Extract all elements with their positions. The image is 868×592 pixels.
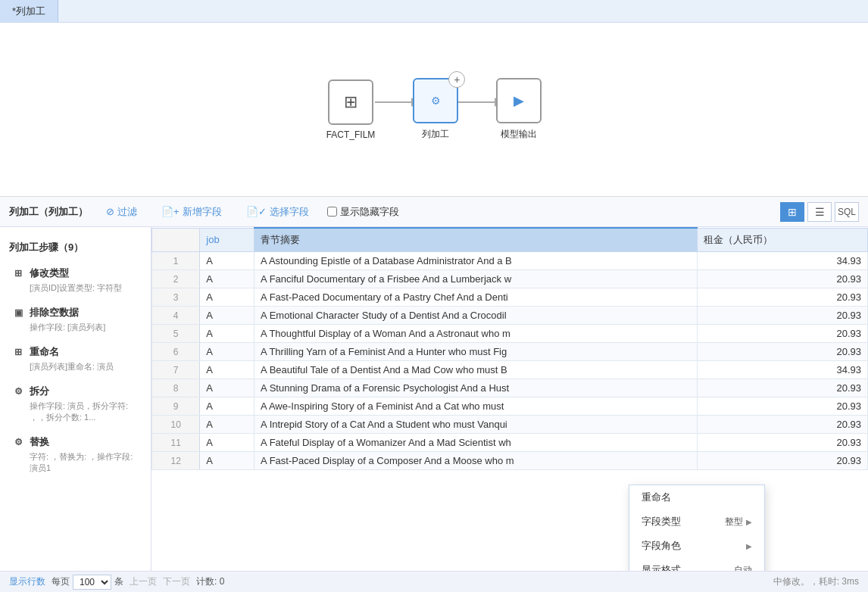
- step-item-rename[interactable]: ⊞ 重命名 [演员列表]重命名: 演员: [0, 339, 151, 379]
- menu-item-field-role[interactable]: 字段角色 ▶: [629, 534, 764, 558]
- node-box-col-process[interactable]: ⚙ +: [413, 78, 458, 123]
- col-header-rental-fee[interactable]: 租金（人民币）: [697, 228, 867, 252]
- desc-cell: A Beautiful Tale of a Dentist And a Mad …: [254, 361, 697, 379]
- show-hidden-label: 显示隐藏字段: [340, 205, 399, 219]
- step-item-modify-type[interactable]: ⊞ 修改类型 [演员ID]设置类型: 字符型: [0, 260, 151, 300]
- job-cell: A: [200, 343, 254, 361]
- pipeline-node-fact-film[interactable]: ⊞ FACT_FILM: [326, 79, 376, 140]
- fee-cell: 20.93: [697, 452, 867, 470]
- col-header-job[interactable]: job: [200, 228, 254, 252]
- bottom-panel: 列加工（列加工） ⊘ 过滤 📄+ 新增字段 📄✓ 选择字段 显示隐藏字段 ⊞ ☰…: [0, 197, 868, 592]
- pipeline-node-model-output[interactable]: ▶ 模型输出: [496, 78, 542, 141]
- step-desc-0: [演员ID]设置类型: 字符型: [11, 282, 142, 294]
- node-box-model-output[interactable]: ▶: [496, 78, 542, 123]
- data-table: job 青节摘要 租金（人民币） 1AA Astounding Epistle …: [151, 227, 868, 470]
- row-num-cell: 10: [152, 416, 200, 434]
- status-text: 中修改。，耗时: 3ms: [773, 575, 859, 588]
- pipeline-canvas: ⊞ FACT_FILM ⚙ + 列加工 ▶ 模型输出: [0, 23, 868, 197]
- menu-item-field-type[interactable]: 字段类型 整型 ▶: [629, 509, 764, 534]
- row-num-cell: 6: [152, 343, 200, 361]
- menu-item-rename[interactable]: 重命名: [629, 485, 764, 509]
- play-icon: ▶: [514, 92, 524, 109]
- job-cell: A: [200, 379, 254, 397]
- fee-cell: 20.93: [697, 288, 867, 307]
- desc-cell: A Astounding Epistle of a Database Admin…: [254, 252, 697, 270]
- step-name-2: 重命名: [30, 345, 59, 359]
- job-cell: A: [200, 252, 254, 270]
- prev-page-link[interactable]: 上一页: [130, 575, 157, 588]
- desc-cell: A Thrilling Yarn of a Feminist And a Hun…: [254, 343, 697, 361]
- desc-cell: A Fast-Paced Display of a Composer And a…: [254, 452, 697, 470]
- col-header-description[interactable]: 青节摘要: [254, 228, 697, 252]
- per-page-dropdown[interactable]: 100 50 200: [73, 575, 111, 590]
- tab-label: *列加工: [12, 5, 45, 18]
- add-field-button[interactable]: 📄+ 新增字段: [155, 203, 228, 221]
- step-item-replace[interactable]: ⚙ 替换 字符: ，替换为: ，操作字段: 演员1: [0, 429, 151, 480]
- step-item-exclude-null[interactable]: ▣ 排除空数据 操作字段: [演员列表]: [0, 300, 151, 339]
- desc-cell: A Stunning Drama of a Forensic Psycholog…: [254, 379, 697, 397]
- next-page-link[interactable]: 下一页: [163, 575, 190, 588]
- job-cell: A: [200, 288, 254, 307]
- desc-cell: A Intrepid Story of a Cat And a Student …: [254, 416, 697, 434]
- step-name-0: 修改类型: [30, 266, 69, 280]
- steps-title: 列加工步骤（9）: [0, 235, 151, 260]
- view-list-button[interactable]: ☰: [807, 202, 832, 222]
- table-row: 7AA Beautiful Tale of a Dentist And a Ma…: [152, 361, 868, 379]
- show-hidden-checkbox[interactable]: 显示隐藏字段: [327, 205, 399, 219]
- job-cell: A: [200, 452, 254, 470]
- filter-icon: ⚙: [431, 95, 441, 107]
- row-num-cell: 3: [152, 288, 200, 307]
- pipeline-node-col-process[interactable]: ⚙ + 列加工: [413, 78, 458, 141]
- show-hidden-input[interactable]: [327, 207, 337, 217]
- add-field-label: 新增字段: [183, 205, 222, 219]
- row-num-cell: 5: [152, 325, 200, 343]
- fee-cell: 20.93: [697, 379, 867, 397]
- desc-cell: A Fast-Paced Documentary of a Pastry Che…: [254, 288, 697, 307]
- footer: 显示行数 每页 100 50 200 条 上一页 下一页 计数: 0 中修改。，…: [0, 571, 868, 592]
- job-cell: A: [200, 307, 254, 325]
- step-header-4: ⚙ 替换: [11, 435, 142, 449]
- table-row: 6AA Thrilling Yarn of a Feminist And a H…: [152, 343, 868, 361]
- table-row: 9AA Awe-Inspiring Story of a Feminist An…: [152, 397, 868, 416]
- step-header-1: ▣ 排除空数据: [11, 306, 142, 319]
- step-name-3: 拆分: [30, 385, 49, 398]
- select-field-label: 选择字段: [270, 205, 309, 219]
- field-type-value: 整型: [725, 516, 743, 528]
- sql-label: SQL: [838, 207, 856, 217]
- fee-cell: 34.93: [697, 252, 867, 270]
- step-icon-2: ⊞: [11, 345, 25, 359]
- tab-col-process[interactable]: *列加工: [0, 0, 58, 22]
- view-sql-button[interactable]: SQL: [835, 202, 859, 222]
- menu-item-display-format[interactable]: 显示格式 自动: [629, 558, 764, 571]
- view-table-button[interactable]: ⊞: [780, 202, 804, 222]
- per-page-select: 每页 100 50 200 条: [52, 575, 123, 590]
- toolbar-title: 列加工（列加工）: [9, 205, 88, 219]
- display-format-value: 自动: [734, 564, 752, 572]
- node-label-fact-film: FACT_FILM: [326, 129, 376, 140]
- filter-button[interactable]: ⊘ 过滤: [100, 203, 143, 221]
- menu-label-field-role: 字段角色: [642, 539, 681, 553]
- col-header-rownum: [152, 228, 200, 252]
- add-node-button[interactable]: +: [448, 71, 465, 88]
- step-name-4: 替换: [30, 435, 49, 449]
- step-desc-1: 操作字段: [演员列表]: [11, 322, 142, 333]
- job-cell: A: [200, 270, 254, 288]
- row-num-cell: 2: [152, 270, 200, 288]
- job-cell: A: [200, 325, 254, 343]
- grid-icon: ⊞: [344, 92, 358, 112]
- node-box-fact-film[interactable]: ⊞: [328, 79, 373, 125]
- table-row: 12AA Fast-Paced Display of a Composer An…: [152, 452, 868, 470]
- select-field-button[interactable]: 📄✓ 选择字段: [240, 203, 315, 221]
- fee-cell: 20.93: [697, 270, 867, 288]
- step-item-split[interactable]: ⚙ 拆分 操作字段: 演员，拆分字符: ，，拆分个数: 1...: [0, 379, 151, 429]
- display-rows-link[interactable]: 显示行数: [9, 575, 45, 588]
- desc-cell: A Fanciful Documentary of a Frisbee And …: [254, 270, 697, 288]
- pipeline-nodes: ⊞ FACT_FILM ⚙ + 列加工 ▶ 模型输出: [326, 78, 542, 141]
- toolbar-right: ⊞ ☰ SQL: [780, 202, 859, 222]
- per-page-unit: 条: [114, 575, 123, 588]
- step-header-0: ⊞ 修改类型: [11, 266, 142, 280]
- desc-cell: A Emotional Character Study of a Dentist…: [254, 307, 697, 325]
- node-label-col-process: 列加工: [422, 128, 449, 141]
- table-row: 3AA Fast-Paced Documentary of a Pastry C…: [152, 288, 868, 307]
- steps-panel: 列加工步骤（9） ⊞ 修改类型 [演员ID]设置类型: 字符型 ▣ 排除空数据 …: [0, 227, 151, 571]
